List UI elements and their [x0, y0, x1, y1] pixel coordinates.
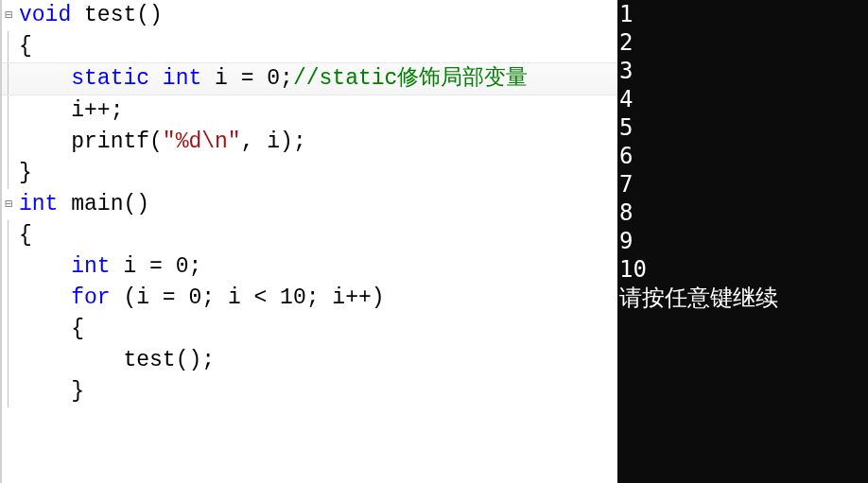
code-text: int i = 0; — [19, 254, 201, 279]
fold-guide-line — [8, 127, 9, 158]
console-line: 9 — [619, 227, 866, 255]
console-line: 8 — [619, 198, 866, 227]
code-text: for (i = 0; i < 10; i++) — [19, 285, 385, 310]
code-line[interactable]: } — [2, 158, 617, 189]
fold-guide-line — [8, 158, 9, 189]
console-line: 3 — [619, 57, 866, 85]
code-text: { — [19, 317, 84, 341]
fold-guide-line — [8, 345, 9, 376]
code-line[interactable]: } — [2, 376, 617, 407]
code-text: void test() — [19, 3, 163, 27]
console-line: 7 — [619, 170, 866, 198]
fold-collapse-icon[interactable]: ⊟ — [2, 0, 15, 31]
code-line[interactable]: ⊟void test() — [2, 0, 617, 31]
code-text: { — [19, 223, 32, 248]
console-line: 请按任意键继续 — [619, 284, 866, 312]
code-line[interactable]: { — [2, 31, 617, 62]
code-text: printf("%d\n", i); — [19, 129, 306, 154]
fold-guide-line — [8, 251, 9, 283]
code-text: int main() — [19, 192, 149, 216]
fold-guide-line — [8, 376, 9, 407]
code-line[interactable]: { — [2, 314, 617, 345]
code-line[interactable]: test(); — [2, 345, 617, 376]
code-text: } — [19, 379, 84, 404]
console-line: 6 — [619, 142, 866, 170]
fold-collapse-icon[interactable]: ⊟ — [2, 189, 15, 220]
code-line[interactable]: int i = 0; — [2, 251, 617, 283]
console-output-pane[interactable]: 12345678910请按任意键继续 — [617, 0, 868, 483]
code-line[interactable]: ⊟int main() — [2, 189, 617, 220]
fold-guide-line — [8, 220, 9, 251]
code-text: { — [19, 34, 32, 59]
console-line: 10 — [619, 255, 866, 284]
code-line[interactable]: printf("%d\n", i); — [2, 127, 617, 158]
fold-guide-line — [8, 283, 9, 314]
code-line[interactable]: for (i = 0; i < 10; i++) — [2, 283, 617, 314]
console-line: 5 — [619, 113, 866, 142]
code-text: static int i = 0;//static修饰局部变量 — [19, 66, 528, 91]
fold-guide-line — [8, 314, 9, 345]
code-text: test(); — [19, 348, 215, 372]
code-line[interactable]: { — [2, 220, 617, 251]
console-line: 4 — [619, 85, 866, 113]
fold-guide-line — [8, 95, 9, 127]
fold-guide-line — [8, 63, 9, 95]
console-line: 1 — [619, 0, 866, 28]
code-editor-pane[interactable]: ⊟void test(){ static int i = 0;//static修… — [0, 0, 617, 483]
code-text: } — [19, 161, 32, 185]
code-line[interactable]: static int i = 0;//static修饰局部变量 — [2, 62, 617, 95]
code-text: i++; — [19, 98, 123, 123]
code-line[interactable]: i++; — [2, 95, 617, 127]
fold-guide-line — [8, 31, 9, 62]
console-line: 2 — [619, 28, 866, 57]
